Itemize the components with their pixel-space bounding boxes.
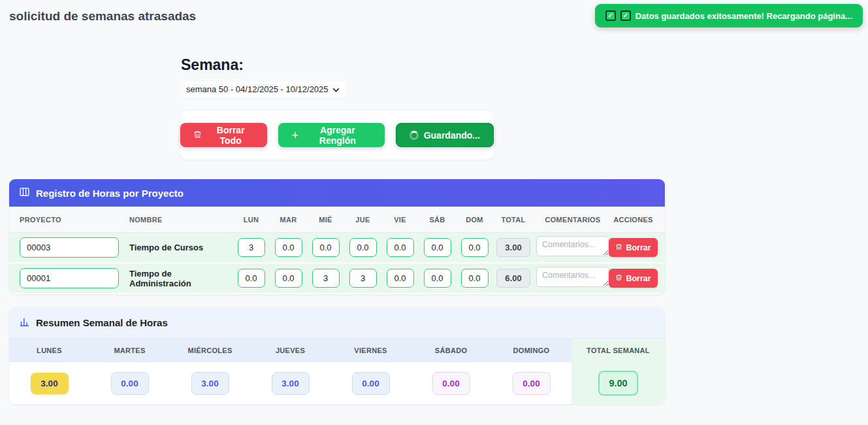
hours-table-header: Registro de Horas por Proyecto xyxy=(9,179,665,207)
plus-icon: + xyxy=(291,129,298,141)
summary-columns-row: LUNES MARTES MIÉRCOLES JUEVES VIERNES SÁ… xyxy=(9,339,665,362)
spinner-icon xyxy=(410,131,419,140)
row-total: 6.00 xyxy=(496,269,530,288)
day-input-sab[interactable] xyxy=(424,269,451,288)
delete-row-button[interactable]: Borrar xyxy=(609,238,657,257)
comment-input[interactable] xyxy=(536,267,609,287)
summary-value-lunes: 3.00 xyxy=(31,373,69,394)
summary-value-miercoles: 3.00 xyxy=(191,372,229,395)
col-mie: MIÉ xyxy=(319,216,332,224)
day-input-sab[interactable] xyxy=(424,238,451,257)
col-total: TOTAL xyxy=(501,216,525,224)
summary-value-viernes: 0.00 xyxy=(352,372,390,395)
summary-value-jueves: 3.00 xyxy=(272,372,310,395)
table-row: Tiempo de Cursos 3.00 Borrar xyxy=(9,233,665,264)
day-input-mar[interactable] xyxy=(275,269,302,288)
delete-row-label: Borrar xyxy=(626,274,651,283)
day-input-lun[interactable] xyxy=(238,238,265,257)
saving-button[interactable]: Guardando... xyxy=(396,123,494,147)
day-input-lun[interactable] xyxy=(238,269,265,288)
project-input[interactable] xyxy=(20,268,119,288)
sum-col-viernes: VIERNES xyxy=(330,339,411,362)
project-name: Tiempo de Cursos xyxy=(129,243,233,252)
toast-message: Datos guardados exitosamente! Recargando… xyxy=(635,11,852,21)
summary-value-martes: 0.00 xyxy=(111,372,149,395)
col-dom: DOM xyxy=(466,216,483,224)
bar-chart-icon xyxy=(19,316,30,330)
day-input-dom[interactable] xyxy=(461,269,489,288)
hours-table-title: Registro de Horas por Proyecto xyxy=(36,188,184,199)
day-input-jue[interactable] xyxy=(349,238,377,257)
check-icon: ✓ xyxy=(620,10,631,21)
week-selector-block: Semana: semana 50 - 04/12/2025 - 10/12/2… xyxy=(181,56,345,97)
chevron-down-icon xyxy=(332,84,340,94)
row-total: 3.00 xyxy=(496,238,530,257)
week-select[interactable]: semana 50 - 04/12/2025 - 10/12/2025 xyxy=(181,82,345,97)
sum-col-sabado: SÁBADO xyxy=(411,339,491,362)
summary-total: 9.00 xyxy=(598,371,637,396)
add-row-label: Agregar Renglón xyxy=(304,125,372,146)
col-vie: VIE xyxy=(394,216,406,224)
comment-input[interactable] xyxy=(536,236,609,256)
sum-col-total: TOTAL SEMANAL xyxy=(571,339,665,362)
week-select-value: semana 50 - 04/12/2025 - 10/12/2025 xyxy=(186,84,329,94)
day-input-mie[interactable] xyxy=(312,269,340,288)
sum-col-jueves: JUEVES xyxy=(250,339,330,362)
col-comentarios: COMENTARIOS xyxy=(545,216,601,224)
hours-table-card: Registro de Horas por Proyecto PROYECTO … xyxy=(9,179,665,294)
toast-notification: ✓ ✓ Datos guardados exitosamente! Recarg… xyxy=(595,4,863,27)
day-input-vie[interactable] xyxy=(387,269,414,288)
summary-header: Resumen Semanal de Horas xyxy=(9,307,665,339)
saving-label: Guardando... xyxy=(424,130,480,141)
sum-col-miercoles: MIÉRCOLES xyxy=(170,339,250,362)
trash-icon xyxy=(615,274,622,283)
trash-icon xyxy=(193,130,202,141)
table-icon xyxy=(19,186,30,199)
delete-all-button[interactable]: Borrar Todo xyxy=(180,123,267,147)
summary-values-row: 3.00 0.00 3.00 3.00 0.00 0.00 0.00 9.00 xyxy=(9,362,665,404)
check-icon: ✓ xyxy=(605,10,616,21)
col-sab: SÁB xyxy=(429,216,445,224)
toolbar: Borrar Todo + Agregar Renglón Guardando.… xyxy=(180,110,494,160)
delete-all-label: Borrar Todo xyxy=(207,125,254,146)
col-acciones: ACCIONES xyxy=(613,216,652,224)
table-header-row: PROYECTO NOMBRE LUN MAR MIÉ JUE VIE SÁB … xyxy=(9,207,665,233)
day-input-vie[interactable] xyxy=(387,238,414,257)
col-proyecto: PROYECTO xyxy=(20,216,129,224)
sum-col-domingo: DOMINGO xyxy=(491,339,571,362)
add-row-button[interactable]: + Agregar Renglón xyxy=(278,123,384,147)
col-lun: LUN xyxy=(244,216,259,224)
delete-row-button[interactable]: Borrar xyxy=(609,269,657,288)
project-name: Tiempo de Administración xyxy=(129,269,233,288)
day-input-mie[interactable] xyxy=(312,238,340,257)
col-jue: JUE xyxy=(355,216,370,224)
summary-title: Resumen Semanal de Horas xyxy=(36,317,168,328)
day-input-dom[interactable] xyxy=(461,238,489,257)
sum-col-martes: MARTES xyxy=(89,339,170,362)
week-heading: Semana: xyxy=(181,56,345,74)
col-mar: MAR xyxy=(280,216,297,224)
day-input-mar[interactable] xyxy=(275,238,302,257)
page-title: solicitud de semanas atrasadas xyxy=(9,9,196,24)
trash-icon xyxy=(615,243,622,252)
col-nombre: NOMBRE xyxy=(129,216,233,224)
summary-value-domingo: 0.00 xyxy=(513,372,551,395)
delete-row-label: Borrar xyxy=(626,243,651,252)
project-input[interactable] xyxy=(20,237,119,258)
summary-value-sabado: 0.00 xyxy=(432,372,470,395)
table-row: Tiempo de Administración 6.00 Borrar xyxy=(9,264,665,294)
weekly-summary-card: Resumen Semanal de Horas LUNES MARTES MI… xyxy=(9,307,665,404)
sum-col-lunes: LUNES xyxy=(9,339,89,362)
day-input-jue[interactable] xyxy=(349,269,377,288)
